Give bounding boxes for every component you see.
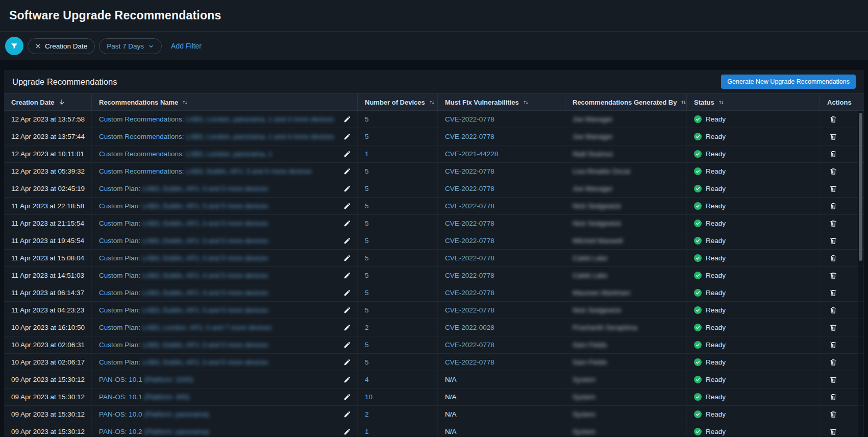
delete-recommendation-button[interactable]: [828, 322, 838, 333]
edit-recommendation-button[interactable]: [342, 166, 352, 176]
delete-recommendation-button[interactable]: [828, 218, 838, 229]
edit-recommendation-button[interactable]: [342, 305, 352, 315]
edit-recommendation-button[interactable]: [342, 184, 352, 193]
delete-recommendation-button[interactable]: [828, 166, 838, 177]
edit-recommendation-button[interactable]: [342, 340, 352, 350]
delete-recommendation-button[interactable]: [828, 235, 838, 246]
vulnerability-value[interactable]: CVE-2022-0778: [445, 220, 494, 227]
sort-icon[interactable]: [718, 99, 725, 106]
recommendation-name-link[interactable]: Custom Plan: LAB3, Dublin, APJ, 3 and 5 …: [99, 289, 268, 297]
column-header-number-of-devices[interactable]: Number of Devices: [358, 94, 438, 110]
column-header-status[interactable]: Status: [687, 94, 820, 110]
edit-recommendation-button[interactable]: [342, 357, 352, 367]
devices-count-link[interactable]: 2: [365, 324, 369, 331]
devices-count-link[interactable]: 5: [365, 254, 369, 262]
recommendation-name-link[interactable]: Custom Plan: LAB3, Dublin, APJ, 3 and 5 …: [99, 202, 268, 210]
recommendation-name-link[interactable]: PAN-OS: 10.1 (Platform: 3200): [99, 376, 193, 383]
delete-recommendation-button[interactable]: [828, 201, 838, 211]
edit-recommendation-button[interactable]: [342, 114, 352, 124]
edit-recommendation-button[interactable]: [342, 375, 352, 384]
devices-count-link[interactable]: 4: [365, 376, 369, 383]
sort-icon[interactable]: [680, 99, 687, 106]
devices-count-link[interactable]: 10: [365, 393, 373, 401]
recommendation-name-link[interactable]: Custom Plan: LAB3, Dublin, APJ, 3 and 5 …: [99, 220, 268, 227]
edit-recommendation-button[interactable]: [342, 323, 352, 332]
delete-recommendation-button[interactable]: [828, 287, 838, 298]
vulnerability-value[interactable]: CVE-2022-0028: [445, 324, 494, 331]
devices-count-link[interactable]: 5: [365, 272, 369, 279]
delete-recommendation-button[interactable]: [828, 131, 838, 142]
edit-recommendation-button[interactable]: [342, 201, 352, 211]
recommendation-name-link[interactable]: Custom Plan: LAB3, Dublin, APJ, 3 and 5 …: [99, 272, 268, 279]
delete-recommendation-button[interactable]: [828, 270, 838, 281]
recommendation-name-link[interactable]: Custom Plan: LAB3, London, APJ, 3 and 7 …: [99, 324, 271, 331]
column-header-recommendations-name[interactable]: Recommendations Name: [92, 94, 358, 110]
edit-recommendation-button[interactable]: [342, 288, 352, 298]
recommendation-name-link[interactable]: Custom Recommendations: LAB3, Dublin, AP…: [99, 167, 312, 175]
edit-recommendation-button[interactable]: [342, 392, 352, 402]
vulnerability-value[interactable]: CVE-2022-0778: [445, 289, 494, 297]
sort-icon[interactable]: [523, 99, 529, 106]
vulnerability-value[interactable]: CVE-2022-0778: [445, 167, 494, 175]
delete-recommendation-button[interactable]: [828, 339, 838, 350]
sort-icon[interactable]: [182, 99, 188, 106]
column-header-creation-date[interactable]: Creation Date: [4, 94, 92, 110]
recommendation-name-link[interactable]: Custom Plan: LAB3, Dublin, APJ, 3 and 5 …: [99, 358, 268, 366]
vulnerability-value[interactable]: CVE-2022-0778: [445, 237, 494, 245]
recommendation-name-link[interactable]: Custom Plan: LAB3, Dublin, APJ, 3 and 5 …: [99, 341, 268, 349]
column-header-recommendations-generated-by[interactable]: Recommendations Generated By: [565, 94, 687, 110]
recommendation-name-link[interactable]: PAN-OS: 10.0 (Platform: panorama): [99, 410, 209, 418]
devices-count-link[interactable]: 1: [365, 428, 369, 435]
edit-recommendation-button[interactable]: [342, 236, 352, 246]
vulnerability-value[interactable]: CVE-2022-0778: [445, 202, 494, 210]
delete-recommendation-button[interactable]: [828, 357, 838, 368]
devices-count-link[interactable]: 5: [365, 220, 369, 227]
vulnerability-value[interactable]: CVE-2022-0778: [445, 306, 494, 314]
generate-recommendations-button[interactable]: Generate New Upgrade Recommendations: [721, 75, 856, 89]
filter-chip-creation-date[interactable]: Creation Date: [28, 38, 95, 54]
delete-recommendation-button[interactable]: [828, 374, 838, 385]
recommendation-name-link[interactable]: PAN-OS: 10.2 (Platform: panorama): [99, 428, 209, 435]
vulnerability-value[interactable]: CVE-2022-0778: [445, 254, 494, 262]
devices-count-link[interactable]: 5: [365, 185, 369, 192]
recommendation-name-link[interactable]: Custom Plan: LAB3, Dublin, APJ, 3 and 5 …: [99, 306, 268, 314]
delete-recommendation-button[interactable]: [828, 183, 838, 194]
recommendation-name-link[interactable]: Custom Recommendations: LAB3, London, pa…: [99, 133, 334, 140]
devices-count-link[interactable]: 5: [365, 341, 369, 349]
devices-count-link[interactable]: 5: [365, 237, 369, 245]
column-header-must-fix-vulnerabilities[interactable]: Must Fix Vulnerabilities: [438, 94, 565, 110]
recommendation-name-link[interactable]: Custom Plan: LAB3, Dublin, APJ, 3 and 5 …: [99, 237, 268, 245]
devices-count-link[interactable]: 5: [365, 358, 369, 366]
vulnerability-value[interactable]: CVE-2022-0778: [445, 358, 494, 366]
devices-count-link[interactable]: 2: [365, 410, 369, 418]
delete-recommendation-button[interactable]: [828, 253, 838, 263]
devices-count-link[interactable]: 5: [365, 306, 369, 314]
filter-button[interactable]: [5, 37, 23, 55]
edit-recommendation-button[interactable]: [342, 427, 352, 436]
edit-recommendation-button[interactable]: [342, 253, 352, 263]
scrollbar-thumb[interactable]: [859, 113, 862, 261]
delete-recommendation-button[interactable]: [828, 426, 838, 436]
devices-count-link[interactable]: 5: [365, 115, 369, 123]
vulnerability-value[interactable]: CVE-2021-44228: [445, 150, 498, 158]
close-icon[interactable]: [35, 43, 41, 49]
devices-count-link[interactable]: 5: [365, 167, 369, 175]
devices-count-link[interactable]: 5: [365, 133, 369, 140]
edit-recommendation-button[interactable]: [342, 132, 352, 141]
delete-recommendation-button[interactable]: [828, 149, 838, 159]
edit-recommendation-button[interactable]: [342, 218, 352, 228]
vulnerability-value[interactable]: CVE-2022-0778: [445, 185, 494, 192]
devices-count-link[interactable]: 5: [365, 202, 369, 210]
recommendation-name-link[interactable]: Custom Recommendations: LAB3, London, pa…: [99, 150, 272, 158]
devices-count-link[interactable]: 1: [365, 150, 369, 158]
filter-value-dropdown[interactable]: Past 7 Days: [99, 38, 162, 54]
delete-recommendation-button[interactable]: [828, 305, 838, 315]
devices-count-link[interactable]: 5: [365, 289, 369, 297]
add-filter-link[interactable]: Add Filter: [171, 42, 202, 50]
vulnerability-value[interactable]: CVE-2022-0778: [445, 133, 494, 140]
recommendation-name-link[interactable]: Custom Recommendations: LAB3, London, pa…: [99, 115, 334, 123]
recommendation-name-link[interactable]: PAN-OS: 10.1 (Platform: 400): [99, 393, 190, 401]
vulnerability-value[interactable]: CVE-2022-0778: [445, 115, 494, 123]
delete-recommendation-button[interactable]: [828, 409, 838, 420]
sort-desc-icon[interactable]: [58, 99, 65, 106]
